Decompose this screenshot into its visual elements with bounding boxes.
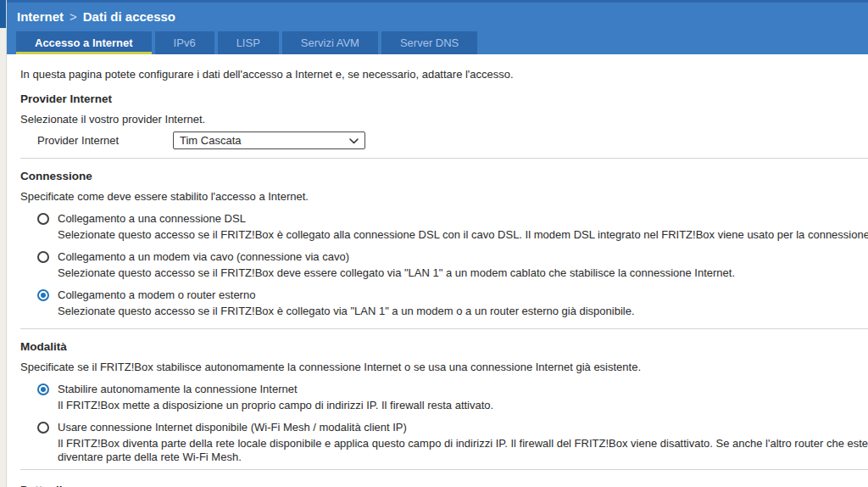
section-divider [20, 158, 868, 159]
radio-connection-external-router[interactable] [37, 289, 49, 301]
page-intro-text: In questa pagina potete configurare i da… [20, 54, 868, 81]
chevron-down-icon [349, 134, 359, 147]
provider-select[interactable]: Tim Cascata [173, 132, 365, 149]
radio-mode-ip-client[interactable] [37, 422, 49, 434]
radio-connection-dsl[interactable] [37, 213, 49, 225]
radio-label[interactable]: Collegamento a modem o router esterno [58, 288, 255, 302]
provider-form-row: Provider Internet Tim Cascata [37, 132, 868, 149]
section-divider [20, 469, 868, 470]
mode-option-autonomous: Stabilire autonomamente la connessione I… [37, 383, 868, 412]
breadcrumb-page-title: Dati di accesso [83, 9, 175, 24]
option-description: Il FRITZ!Box diventa parte della rete lo… [58, 437, 868, 464]
page-left-edge [0, 0, 7, 487]
option-description: Selezionate questo accesso se il FRITZ!B… [58, 305, 868, 318]
option-description: Il FRITZ!Box mette a disposizione un pro… [58, 399, 868, 412]
radio-label[interactable]: Stabilire autonomamente la connessione I… [58, 383, 298, 396]
option-description-line2: diventare parte della rete Wi-Fi Mesh. [58, 451, 868, 464]
section-divider [20, 328, 868, 329]
radio-label[interactable]: Usare connessione Internet disponibile (… [58, 421, 407, 434]
breadcrumb: Internet>Dati di accesso [7, 3, 868, 24]
mode-section-description: Specificate se il FRITZ!Box stabilisce a… [20, 361, 868, 374]
details-section-title: Dettagli [20, 484, 868, 487]
option-description-line1: Il FRITZ!Box diventa parte della rete lo… [58, 437, 868, 451]
breadcrumb-section-internet[interactable]: Internet [17, 9, 64, 24]
tab-servizi-avm[interactable]: Servizi AVM [282, 31, 378, 54]
radio-label[interactable]: Collegamento a un modem via cavo (connes… [58, 250, 349, 264]
tab-lisp[interactable]: LISP [218, 31, 279, 54]
tab-ipv6[interactable]: IPv6 [155, 31, 214, 54]
connection-option-external-router: Collegamento a modem o router esterno Se… [37, 288, 868, 318]
page-left-edge-top [0, 0, 6, 28]
radio-label[interactable]: Collegamento a una connessione DSL [58, 212, 246, 226]
page-header: Internet>Dati di accesso Accesso a Inter… [7, 0, 868, 54]
tab-accesso-a-internet[interactable]: Accesso a Internet [16, 31, 152, 54]
radio-connection-cable-modem[interactable] [37, 251, 49, 263]
tab-bar: Accesso a Internet IPv6 LISP Servizi AVM… [16, 31, 477, 54]
tab-server-dns[interactable]: Server DNS [381, 31, 477, 54]
option-description: Selezionate questo accesso se il FRITZ!B… [58, 266, 868, 280]
radio-mode-autonomous[interactable] [37, 383, 49, 395]
main-content: In questa pagina potete configurare i da… [7, 54, 868, 487]
connection-option-dsl: Collegamento a una connessione DSL Selez… [37, 212, 868, 242]
provider-select-value: Tim Cascata [180, 134, 241, 147]
mode-option-ip-client: Usare connessione Internet disponibile (… [37, 421, 868, 464]
option-description: Selezionate questo accesso se il FRITZ!B… [58, 228, 868, 242]
connection-section-description: Specificate come deve essere stabilito l… [20, 190, 868, 204]
mode-section-title: Modalità [20, 340, 868, 354]
provider-field-label: Provider Internet [37, 134, 173, 148]
connection-section-title: Connessione [20, 170, 868, 183]
breadcrumb-separator: > [64, 9, 83, 24]
provider-section-description: Selezionate il vostro provider Internet. [20, 113, 868, 126]
provider-section-title: Provider Internet [20, 92, 868, 106]
connection-option-cable-modem: Collegamento a un modem via cavo (connes… [37, 250, 868, 280]
